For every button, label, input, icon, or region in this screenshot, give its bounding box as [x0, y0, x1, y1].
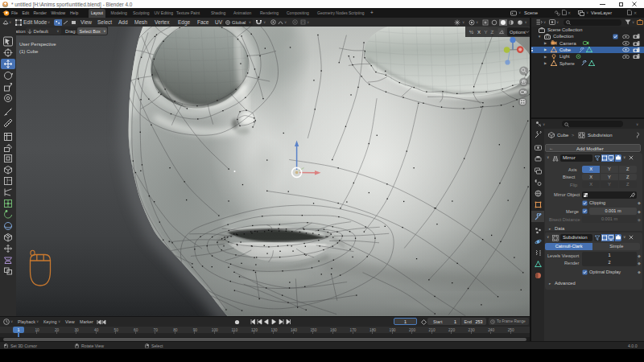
svg-text:½: ½ [469, 30, 473, 35]
svg-text:(1) Cube: (1) Cube [19, 49, 39, 54]
svg-text:Z: Z [491, 30, 494, 35]
svg-text:User Perspective: User Perspective [19, 42, 56, 47]
svg-text:Y: Y [485, 30, 488, 35]
svg-text:Options: Options [510, 30, 526, 35]
svg-text:X: X [477, 30, 481, 35]
